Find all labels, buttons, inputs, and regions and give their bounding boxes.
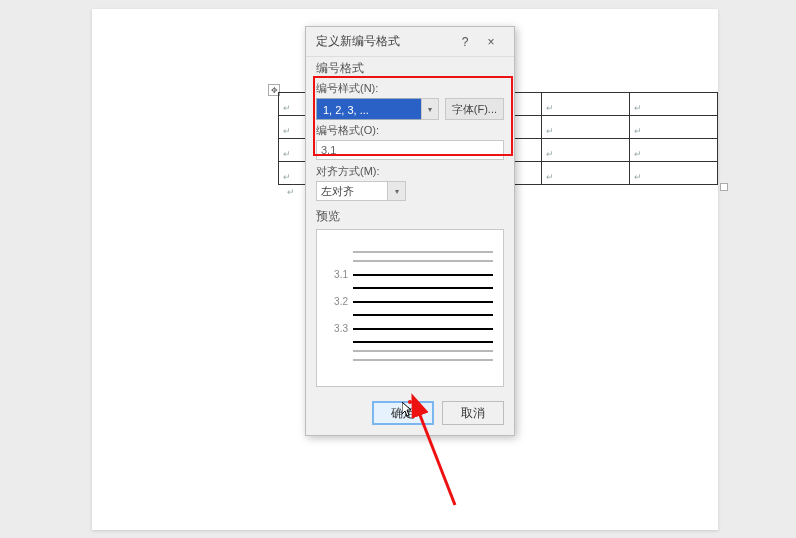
svg-line-0 [418,410,455,505]
preview-label: 预览 [306,205,514,225]
font-button[interactable]: 字体(F)... [445,98,504,120]
paragraph-mark: ↵ [287,187,295,197]
paragraph-mark: ↵ [283,103,291,113]
help-button[interactable]: ? [452,35,478,49]
section-number-format: 编号格式 [306,57,514,77]
define-number-format-dialog: 定义新编号格式 ? × 编号格式 编号样式(N): 1, 2, 3, ... ▾… [305,26,515,436]
dialog-title: 定义新编号格式 [316,33,400,50]
chevron-down-icon[interactable]: ▾ [421,98,439,120]
alignment-select[interactable]: 左对齐 [316,181,388,201]
number-format-label: 编号格式(O): [316,123,504,138]
annotation-arrow [400,400,470,520]
dialog-titlebar[interactable]: 定义新编号格式 ? × [306,27,514,57]
close-button[interactable]: × [478,35,504,49]
alignment-label: 对齐方式(M): [316,164,504,179]
table-end-marker [720,183,728,191]
number-format-input[interactable] [316,140,504,160]
number-style-label: 编号样式(N): [316,81,504,96]
number-style-select[interactable]: 1, 2, 3, ... [316,98,421,120]
preview-panel: 3.1 3.2 3.3 [316,229,504,387]
chevron-down-icon[interactable]: ▾ [388,181,406,201]
